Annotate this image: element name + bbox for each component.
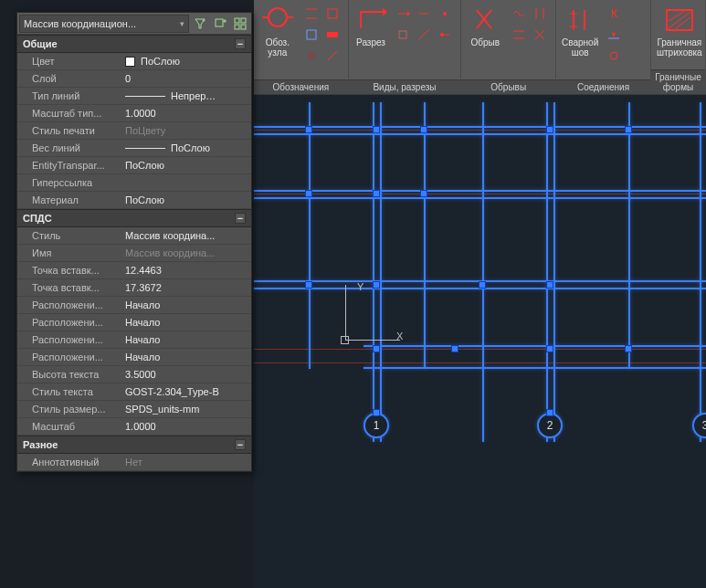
break-icon	[469, 4, 501, 37]
designation-tool-3[interactable]	[301, 25, 321, 45]
weld-seam-icon	[564, 4, 596, 37]
section-header-misc[interactable]: Разное −	[17, 436, 251, 454]
prop-value-style[interactable]: Массив координа...	[121, 230, 251, 241]
node-designation-icon	[261, 4, 294, 37]
break-button[interactable]: Обрыв	[465, 2, 505, 79]
prop-value-layer[interactable]: 0	[121, 73, 251, 84]
conn-tool-3[interactable]	[604, 25, 624, 45]
svg-rect-27	[216, 19, 223, 26]
section-header-general[interactable]: Общие −	[17, 35, 251, 53]
prop-value-text-style[interactable]: GOST-2.304_Type-B	[121, 386, 251, 397]
node-designation-label: Обоз. узла	[266, 37, 290, 58]
section-label: Разрез	[356, 37, 385, 47]
svg-text:+: +	[202, 17, 205, 24]
ribbon-caption-boundary: Граничные формы	[651, 69, 705, 94]
prop-value-text-height[interactable]: 3.5000	[121, 369, 251, 380]
designation-tool-5[interactable]	[301, 46, 321, 66]
view-tool-3[interactable]	[435, 4, 455, 24]
prop-value-color[interactable]: ПоСлою	[121, 56, 251, 67]
view-tool-1[interactable]	[393, 4, 413, 24]
prop-value-ltscale[interactable]: 1.0000	[121, 108, 251, 119]
designation-tool-6[interactable]	[322, 46, 342, 66]
weld-seam-label: Сварной шов	[562, 37, 598, 58]
prop-value-transparency[interactable]: ПоСлою	[121, 160, 251, 171]
collapse-icon[interactable]: −	[235, 38, 246, 49]
quick-select-button[interactable]: +	[191, 15, 209, 33]
svg-rect-30	[235, 18, 239, 23]
boundary-hatch-label: Граничная штриховка	[657, 37, 702, 58]
lineweight-sample-icon	[125, 148, 165, 149]
collapse-icon[interactable]: −	[235, 213, 246, 224]
prop-value-dim-style[interactable]: SPDS_units-mm	[121, 404, 251, 415]
prop-value-placement-4[interactable]: Начало	[121, 352, 251, 362]
ribbon-group-boundary: Граничная штриховка Граничные формы	[651, 0, 706, 94]
svg-point-11	[443, 12, 447, 16]
drawing-canvas[interactable]: 1 2 3 Y X	[254, 95, 706, 588]
svg-marker-10	[407, 11, 410, 16]
svg-text:К: К	[611, 7, 617, 20]
grid-bubble-2: 2	[537, 413, 563, 438]
ucs-origin-icon	[341, 336, 349, 344]
svg-rect-7	[327, 32, 338, 37]
designation-tool-4[interactable]	[322, 25, 342, 45]
break-tool-1[interactable]	[509, 4, 529, 24]
object-type-select[interactable]: Массив координацион...	[19, 15, 189, 33]
break-tool-4[interactable]	[530, 25, 550, 45]
section-icon	[354, 4, 387, 37]
break-tool-2[interactable]	[530, 4, 550, 24]
svg-rect-33	[241, 25, 246, 29]
conn-tool-6[interactable]	[625, 46, 645, 66]
ribbon-group-views: Разрез Виды, разрезы	[349, 0, 462, 94]
svg-rect-32	[235, 25, 239, 29]
view-tool-2[interactable]	[414, 4, 434, 24]
boundary-hatch-icon	[663, 4, 696, 37]
conn-tool-5[interactable]	[604, 46, 624, 66]
svg-line-24	[676, 17, 690, 28]
ribbon-group-connections: Сварной шов К Соединения	[556, 0, 651, 94]
linetype-sample-icon	[125, 96, 165, 97]
prop-value-material[interactable]: ПоСлою	[121, 194, 251, 205]
weld-seam-button[interactable]: Сварной шов	[560, 2, 600, 79]
prop-value-lineweight[interactable]: ПоСлою	[121, 142, 251, 153]
break-tool-3[interactable]	[509, 25, 529, 45]
section-header-spds[interactable]: СПДС −	[17, 209, 251, 227]
prop-value-annotative[interactable]: Нет	[121, 457, 251, 467]
grid-bubble-3: 3	[692, 413, 706, 438]
pickadd-button[interactable]	[211, 15, 229, 33]
conn-tool-2[interactable]	[625, 4, 645, 24]
node-designation-button[interactable]: Обоз. узла	[258, 2, 298, 79]
prop-value-linetype[interactable]: Непрер…	[121, 90, 251, 101]
prop-value-scale[interactable]: 1.0000	[121, 421, 251, 432]
section-body-general: ЦветПоСлою Слой0 Тип линийНепрер… Масшта…	[17, 53, 251, 209]
ribbon-caption-views: Виды, разрезы	[349, 79, 461, 94]
conn-tool-4[interactable]	[625, 25, 645, 45]
section-button[interactable]: Разрез	[353, 2, 390, 79]
break-label: Обрыв	[470, 37, 500, 47]
grid-bubble-1: 1	[364, 413, 389, 438]
ribbon-group-breaks: Обрыв Обрывы	[461, 0, 556, 94]
view-tool-4[interactable]	[393, 25, 413, 45]
prop-value-placement-3[interactable]: Начало	[121, 334, 251, 345]
svg-line-23	[669, 12, 683, 21]
designation-tool-2[interactable]	[322, 4, 342, 24]
svg-rect-6	[307, 30, 316, 39]
ribbon-caption-breaks: Обрывы	[461, 79, 555, 94]
prop-value-placement-1[interactable]: Начало	[121, 299, 251, 310]
view-tool-6[interactable]	[435, 25, 455, 45]
svg-marker-9	[383, 8, 386, 16]
svg-point-20	[610, 52, 617, 59]
boundary-hatch-button[interactable]: Граничная штриховка	[655, 2, 704, 69]
designation-tool-1[interactable]	[301, 4, 321, 24]
view-tool-5[interactable]	[414, 25, 434, 45]
properties-header: Массив координацион... +	[17, 13, 251, 35]
prop-value-name[interactable]: Массив координа...	[121, 247, 251, 258]
ribbon-caption-designations: Обозначения	[254, 79, 348, 94]
prop-value-insert-y[interactable]: 17.3672	[121, 282, 251, 293]
collapse-icon[interactable]: −	[235, 439, 246, 450]
conn-tool-1[interactable]: К	[604, 4, 624, 24]
prop-value-placement-2[interactable]: Начало	[121, 317, 251, 328]
prop-value-insert-x[interactable]: 12.4463	[121, 265, 251, 276]
axis-x-label: X	[396, 331, 403, 341]
svg-point-0	[269, 8, 287, 26]
select-objects-button[interactable]	[231, 15, 249, 33]
